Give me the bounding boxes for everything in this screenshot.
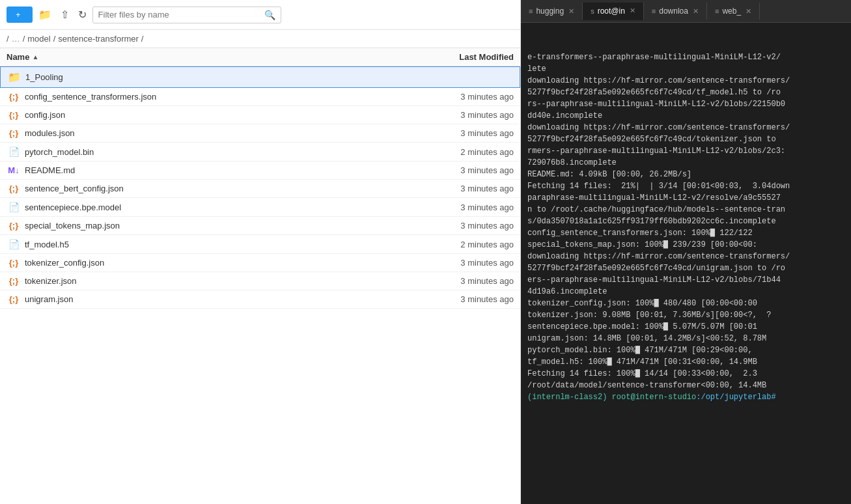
file-name: sentencepiece.bpe.model xyxy=(25,203,397,212)
col-modified-header[interactable]: Last Modified xyxy=(397,52,514,62)
tab-close-downloa[interactable]: ✕ xyxy=(693,7,699,16)
terminal-line: Fetching 14 files: 100%█ 14/14 [00:33<00… xyxy=(527,368,844,380)
file-modified: 3 minutes ago xyxy=(397,294,514,304)
table-row[interactable]: {;} modules.json 3 minutes ago xyxy=(0,124,520,143)
breadcrumb-model[interactable]: model xyxy=(27,34,50,44)
table-row[interactable]: 📄 pytorch_model.bin 2 minutes ago xyxy=(0,143,520,161)
terminal-tab-web[interactable]: ≡ web_ ✕ xyxy=(707,3,760,20)
upload-icon: ⇧ xyxy=(61,9,69,20)
breadcrumb-sep1: … xyxy=(12,34,20,44)
terminal-line: sentencepiece.bpe.model: 100%█ 5.07M/5.0… xyxy=(527,321,844,333)
file-modified: 3 minutes ago xyxy=(397,165,514,175)
json-icon: {;} xyxy=(9,258,18,268)
terminal-content[interactable]: e-transformers--paraphrase-multilingual-… xyxy=(521,23,851,504)
tab-close-hugging[interactable]: ✕ xyxy=(568,7,574,16)
breadcrumb: / … / model / sentence-transformer / xyxy=(0,30,520,48)
table-row[interactable]: {;} sentence_bert_config.json 3 minutes … xyxy=(0,180,520,198)
file-name: special_tokens_map.json xyxy=(25,221,397,231)
refresh-icon: ↻ xyxy=(78,9,87,20)
refresh-button[interactable]: ↻ xyxy=(75,5,90,24)
file-name: tokenizer_config.json xyxy=(25,258,397,268)
terminal-line: config_sentence_transformers.json: 100%█… xyxy=(527,227,844,239)
terminal-line: tokenizer.json: 9.08MB [00:01, 7.36MB/s]… xyxy=(527,309,844,321)
table-row[interactable]: 📄 sentencepiece.bpe.model 3 minutes ago xyxy=(0,198,520,217)
search-icon: 🔍 xyxy=(264,10,275,20)
file-type-icon: {;} xyxy=(7,276,21,286)
table-row[interactable]: 📁 1_Pooling xyxy=(0,66,520,88)
breadcrumb-sep2: / xyxy=(23,34,25,44)
tab-icon-downloa: ≡ xyxy=(652,7,656,15)
json-icon: {;} xyxy=(9,221,18,231)
file-type-icon: {;} xyxy=(7,294,21,304)
table-row[interactable]: {;} special_tokens_map.json 3 minutes ag… xyxy=(0,217,520,235)
terminal-line: rs--paraphrase-multilingual-MiniLM-L12-v… xyxy=(527,98,844,110)
tab-close-root[interactable]: ✕ xyxy=(630,7,635,15)
terminal-line: downloading https://hf-mirror.com/senten… xyxy=(527,251,844,262)
new-folder-button[interactable]: 📁 xyxy=(35,5,55,24)
file-name: 1_Pooling xyxy=(25,72,396,82)
file-type-icon: {;} xyxy=(7,110,21,120)
terminal-line: special_tokens_map.json: 100%█ 239/239 [… xyxy=(527,239,844,251)
file-icon: 📄 xyxy=(8,147,20,157)
file-table-header: Name ▲ Last Modified xyxy=(0,48,520,66)
table-row[interactable]: {;} tokenizer.json 3 minutes ago xyxy=(0,272,520,290)
terminal-line: s/0da3507018a1a1c625ff93179ff60bdb9202cc… xyxy=(527,216,844,227)
breadcrumb-root[interactable]: / xyxy=(7,34,9,44)
terminal-tab-downloa[interactable]: ≡ downloa ✕ xyxy=(644,3,707,20)
file-name: tf_model.h5 xyxy=(25,240,397,249)
tab-icon-web: ≡ xyxy=(715,7,719,15)
search-box: 🔍 xyxy=(92,7,281,23)
table-row[interactable]: {;} unigram.json 3 minutes ago xyxy=(0,290,520,309)
new-button[interactable]: + xyxy=(7,7,33,23)
tab-close-web[interactable]: ✕ xyxy=(746,7,751,16)
file-modified: 3 minutes ago xyxy=(397,276,514,286)
file-name: README.md xyxy=(25,165,397,175)
json-icon: {;} xyxy=(9,92,18,102)
file-modified: 3 minutes ago xyxy=(397,92,514,102)
table-row[interactable]: {;} config.json 3 minutes ago xyxy=(0,106,520,124)
table-row[interactable]: 📄 tf_model.h5 2 minutes ago xyxy=(0,235,520,254)
terminal-line: 5277f9bcf24f28fa5e092e665fc6f7c49cd/tf_m… xyxy=(527,87,844,98)
terminal-line: 4d19a6.incomplete xyxy=(527,286,844,298)
json-icon: {;} xyxy=(9,276,18,286)
terminal-tabs: ≡ hugging ✕ s root@in ✕ ≡ downloa ✕ ≡ we… xyxy=(521,0,851,23)
toolbar: + 📁 ⇧ ↻ 🔍 xyxy=(0,0,520,30)
col-name-header[interactable]: Name ▲ xyxy=(7,52,397,62)
tab-icon-hugging: ≡ xyxy=(529,7,533,15)
json-icon: {;} xyxy=(9,294,18,304)
terminal-line: 5277f9bcf24f28fa5e092e665fc6f7c49cd/toke… xyxy=(527,133,844,145)
terminal-tab-root[interactable]: s root@in ✕ xyxy=(583,3,644,20)
table-row[interactable]: M↓ README.md 3 minutes ago xyxy=(0,161,520,180)
file-name: pytorch_model.bin xyxy=(25,147,397,157)
file-name: sentence_bert_config.json xyxy=(25,184,397,193)
tab-label-hugging: hugging xyxy=(536,7,564,16)
file-type-icon: 📁 xyxy=(7,71,21,83)
file-type-icon: {;} xyxy=(7,258,21,268)
terminal-line: tokenizer_config.json: 100%█ 480/480 [00… xyxy=(527,298,844,309)
sort-arrow: ▲ xyxy=(32,53,38,61)
name-label: Name xyxy=(7,52,29,62)
file-type-icon: {;} xyxy=(7,128,21,138)
md-icon: M↓ xyxy=(8,165,19,175)
breadcrumb-folder[interactable]: sentence-transformer xyxy=(58,34,139,44)
file-type-icon: 📄 xyxy=(7,147,21,157)
terminal-line: /root/data/model/sentence-transformer<00… xyxy=(527,380,844,391)
terminal-line: unigram.json: 14.8MB [00:01, 14.2MB/s]<0… xyxy=(527,333,844,344)
terminal-line: e-transformers--paraphrase-multilingual-… xyxy=(527,51,844,63)
table-row[interactable]: {;} tokenizer_config.json 3 minutes ago xyxy=(0,254,520,272)
terminal-line: 729076b8.incomplete xyxy=(527,157,844,169)
search-input[interactable] xyxy=(98,10,264,20)
terminal-line: n to /root/.cache/huggingface/hub/models… xyxy=(527,204,844,216)
table-row[interactable]: {;} config_sentence_transformers.json 3 … xyxy=(0,88,520,106)
file-type-icon: {;} xyxy=(7,184,21,193)
terminal-tab-hugging[interactable]: ≡ hugging ✕ xyxy=(521,3,583,20)
file-modified: 2 minutes ago xyxy=(397,240,514,249)
file-type-icon: M↓ xyxy=(7,165,21,175)
file-name: modules.json xyxy=(25,128,397,138)
terminal-line: paraphrase-multilingual-MiniLM-L12-v2/re… xyxy=(527,192,844,204)
upload-button[interactable]: ⇧ xyxy=(57,5,72,24)
file-icon: 📄 xyxy=(8,239,20,249)
tab-label-downloa: downloa xyxy=(659,7,688,16)
file-modified: 3 minutes ago xyxy=(397,203,514,212)
file-modified: 3 minutes ago xyxy=(397,110,514,120)
